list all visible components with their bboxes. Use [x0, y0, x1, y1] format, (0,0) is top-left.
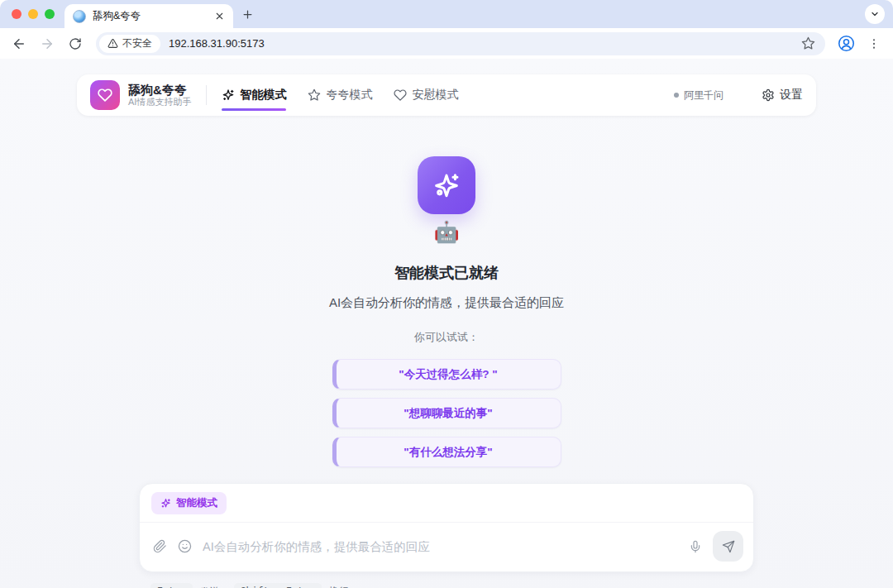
emoji-smile-icon[interactable]: [178, 539, 192, 553]
status-dot: [674, 93, 679, 98]
suggestion-button[interactable]: "今天过得怎么样? ": [332, 359, 561, 390]
tab-close-icon[interactable]: [214, 11, 225, 22]
star-icon: [308, 88, 321, 102]
sparkles-icon: [222, 88, 235, 102]
app-subtitle: AI情感支持助手: [128, 97, 191, 108]
warning-triangle-icon: [107, 38, 118, 49]
mode-badge-label: 智能模式: [176, 496, 217, 510]
close-window-button[interactable]: [12, 9, 21, 19]
attachment-paperclip-icon[interactable]: [153, 539, 167, 553]
composer-card: 智能模式: [139, 483, 754, 572]
model-name: 阿里千问: [684, 88, 723, 103]
tab-label: 安慰模式: [412, 88, 458, 103]
heart-logo-icon: [98, 88, 112, 103]
tab-search-button[interactable]: [865, 4, 885, 24]
composer-badge-row: 智能模式: [140, 484, 753, 522]
browser-tabstrip: 舔狗&夸夸: [0, 0, 893, 28]
new-tab-button[interactable]: [241, 0, 254, 28]
kbd-enter: Enter: [150, 583, 193, 588]
browser-window: 舔狗&夸夸 不安全 192.1: [0, 0, 893, 588]
zoom-window-button[interactable]: [45, 9, 55, 19]
app-title: 舔狗&夸夸: [128, 83, 191, 97]
tab-comfort-mode[interactable]: 安慰模式: [394, 88, 458, 103]
composer-input-row: [140, 523, 753, 571]
keyboard-hints: Enter 发送 Shift + Enter 换行: [139, 583, 754, 588]
browser-toolbar: 不安全 192.168.31.90:5173: [0, 28, 893, 59]
window-controls: [12, 0, 55, 28]
tab-smart-mode[interactable]: 智能模式: [222, 88, 286, 103]
mode-tabs: 智能模式 夸夸模式 安慰模式: [222, 88, 458, 103]
suggestion-button[interactable]: "有什么想法分享": [332, 437, 561, 467]
tab-praise-mode[interactable]: 夸夸模式: [308, 88, 372, 103]
sparkles-icon: [160, 498, 171, 509]
gear-icon: [762, 88, 775, 102]
browser-tab[interactable]: 舔狗&夸夸: [64, 4, 233, 28]
security-label: 不安全: [122, 36, 152, 50]
hint-newline-label: 换行: [329, 585, 349, 588]
message-input[interactable]: [203, 540, 678, 553]
robot-emoji: 🤖: [433, 222, 459, 242]
ready-title: 智能模式已就绪: [394, 263, 499, 283]
forward-button[interactable]: [36, 33, 58, 55]
header-divider: [206, 85, 207, 105]
tab-favicon: [73, 10, 86, 23]
app-page: 舔狗&夸夸 AI情感支持助手 智能模式 夸夸模式: [0, 59, 893, 588]
url-bar[interactable]: 不安全 192.168.31.90:5173: [96, 32, 825, 55]
send-plane-icon: [722, 540, 735, 553]
tab-label: 智能模式: [240, 88, 286, 103]
settings-label: 设置: [780, 88, 803, 103]
mode-badge: 智能模式: [151, 492, 227, 514]
tab-label: 夸夸模式: [326, 88, 372, 103]
minimize-window-button[interactable]: [28, 9, 38, 19]
tab-title: 舔狗&夸夸: [93, 9, 208, 23]
profile-avatar-icon[interactable]: [835, 33, 857, 55]
hint-send-label: 发送: [200, 585, 220, 588]
back-button[interactable]: [8, 33, 30, 55]
kbd-shift-enter: Shift + Enter: [234, 583, 322, 588]
browser-menu-icon[interactable]: [863, 33, 885, 55]
sparkles-large-icon: [431, 170, 462, 201]
model-status: 阿里千问: [674, 88, 723, 103]
ready-subtitle: AI会自动分析你的情感，提供最合适的回应: [329, 295, 564, 311]
brand-block: 舔狗&夸夸 AI情感支持助手: [128, 83, 191, 108]
microphone-icon[interactable]: [689, 540, 702, 553]
bookmark-star-icon[interactable]: [801, 36, 815, 50]
suggestion-list: "今天过得怎么样? " "想聊聊最近的事" "有什么想法分享": [332, 359, 561, 467]
app-logo: [90, 80, 120, 110]
mode-hero-icon: [418, 156, 475, 214]
app-header: 舔狗&夸夸 AI情感支持助手 智能模式 夸夸模式: [77, 74, 816, 116]
reload-button[interactable]: [64, 33, 86, 55]
heart-icon: [394, 88, 407, 102]
send-button[interactable]: [713, 531, 743, 562]
try-label: 你可以试试：: [414, 330, 479, 345]
suggestion-button[interactable]: "想聊聊最近的事": [332, 398, 561, 428]
settings-button[interactable]: 设置: [762, 88, 803, 103]
url-text[interactable]: 192.168.31.90:5173: [169, 37, 801, 50]
security-chip[interactable]: 不安全: [99, 35, 160, 53]
